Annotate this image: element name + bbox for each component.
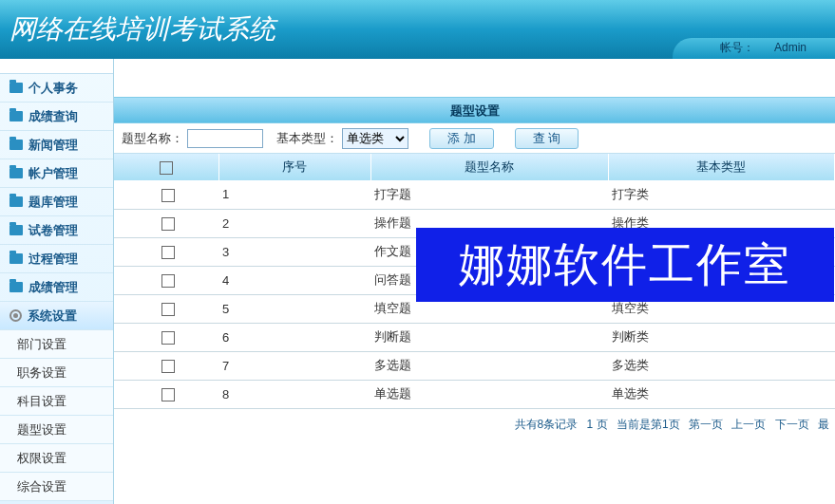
cell-seq: 6 xyxy=(218,323,370,351)
data-table: 序号 题型名称 基本类型 1打字题打字类2操作题操作类3作文题4问答题5填空题填… xyxy=(114,154,835,409)
cell-name: 多选题 xyxy=(370,351,608,380)
cell-name: 填空题 xyxy=(370,294,608,323)
table-row: 8单选题单选类 xyxy=(114,380,835,408)
cell-type: 打字类 xyxy=(608,180,835,209)
folder-icon xyxy=(9,282,23,292)
pager-next[interactable]: 下一页 xyxy=(775,418,809,431)
sidebar-item-score-query[interactable]: 成绩查询 xyxy=(0,103,113,131)
cell-name: 作文题 xyxy=(370,237,608,266)
table-row: 4问答题 xyxy=(114,266,835,294)
account-bar: 帐号： Admin xyxy=(673,38,835,59)
col-name: 题型名称 xyxy=(370,154,608,180)
cell-name: 单选题 xyxy=(370,380,608,408)
sidebar-sub-department[interactable]: 部门设置 xyxy=(0,330,113,359)
sidebar-item-system-settings[interactable]: 系统设置 xyxy=(0,302,113,330)
account-label: 帐号： xyxy=(720,41,754,54)
row-checkbox[interactable] xyxy=(161,274,175,288)
add-button[interactable]: 添 加 xyxy=(429,128,494,149)
cell-name: 操作题 xyxy=(370,209,608,237)
folder-icon xyxy=(9,253,23,264)
panel-title: 题型设置 xyxy=(114,97,835,123)
table-row: 5填空题填空类 xyxy=(114,294,835,323)
row-checkbox[interactable] xyxy=(161,246,175,259)
gear-icon xyxy=(9,309,22,322)
folder-icon xyxy=(9,168,23,178)
pager-last[interactable]: 最 xyxy=(818,418,829,431)
table-row: 2操作题操作类 xyxy=(114,209,835,237)
table-row: 6判断题判断类 xyxy=(114,323,835,351)
cell-type: 操作类 xyxy=(608,209,835,237)
row-checkbox[interactable] xyxy=(161,303,175,316)
sidebar-item-process[interactable]: 过程管理 xyxy=(0,245,113,273)
sidebar-item-paper[interactable]: 试卷管理 xyxy=(0,216,113,245)
folder-icon xyxy=(9,196,23,207)
cell-type: 多选类 xyxy=(608,351,835,380)
account-user: Admin xyxy=(774,41,807,54)
table-row: 7多选题多选类 xyxy=(114,351,835,380)
pager-current: 当前是第1页 xyxy=(617,418,680,431)
cell-seq: 7 xyxy=(218,351,370,380)
cell-type xyxy=(608,237,835,266)
cell-name: 打字题 xyxy=(370,180,608,209)
sidebar-sub-question-type[interactable]: 题型设置 xyxy=(0,416,113,444)
filter-bar: 题型名称： 基本类型： 单选类 添 加 查 询 xyxy=(114,123,835,154)
folder-icon xyxy=(9,225,23,235)
cell-type: 填空类 xyxy=(608,294,835,323)
cell-seq: 8 xyxy=(218,380,370,408)
name-label: 题型名称： xyxy=(122,130,183,147)
pager: 共有8条记录 1 页 当前是第1页 第一页 上一页 下一页 最 xyxy=(114,409,835,433)
pager-total: 共有8条记录 xyxy=(515,418,579,431)
query-button[interactable]: 查 询 xyxy=(515,128,579,149)
sidebar-sub-general[interactable]: 综合设置 xyxy=(0,473,113,501)
folder-icon xyxy=(9,111,23,121)
type-select[interactable]: 单选类 xyxy=(342,128,408,149)
row-checkbox[interactable] xyxy=(161,388,175,401)
pager-pages: 1 页 xyxy=(587,418,608,431)
cell-seq: 4 xyxy=(218,266,370,294)
type-label: 基本类型： xyxy=(276,130,338,147)
row-checkbox[interactable] xyxy=(161,360,175,373)
cell-seq: 1 xyxy=(218,180,370,209)
main-content: 题型设置 题型名称： 基本类型： 单选类 添 加 查 询 序号 题型名称 基本类… xyxy=(114,59,835,504)
cell-seq: 2 xyxy=(218,209,370,237)
table-row: 3作文题 xyxy=(114,237,835,266)
pager-first[interactable]: 第一页 xyxy=(689,418,723,431)
cell-type: 单选类 xyxy=(608,380,835,408)
col-type: 基本类型 xyxy=(608,154,835,180)
folder-icon xyxy=(9,83,23,93)
sidebar: 个人事务 成绩查询 新闻管理 帐户管理 题库管理 试卷管理 过程管理 成绩管理 … xyxy=(0,59,114,504)
cell-seq: 5 xyxy=(218,294,370,323)
cell-name: 判断题 xyxy=(370,323,608,351)
sidebar-item-news[interactable]: 新闻管理 xyxy=(0,131,113,159)
sidebar-item-personal[interactable]: 个人事务 xyxy=(0,74,113,103)
sidebar-item-account[interactable]: 帐户管理 xyxy=(0,159,113,188)
app-header: 网络在线培训考试系统 帐号： Admin xyxy=(0,0,835,59)
row-checkbox[interactable] xyxy=(161,217,175,231)
sidebar-item-question-bank[interactable]: 题库管理 xyxy=(0,188,113,216)
sidebar-sub-subject[interactable]: 科目设置 xyxy=(0,387,113,416)
folder-icon xyxy=(9,140,23,150)
cell-seq: 3 xyxy=(218,237,370,266)
row-checkbox[interactable] xyxy=(161,189,175,202)
row-checkbox[interactable] xyxy=(161,331,175,345)
sidebar-sub-position[interactable]: 职务设置 xyxy=(0,359,113,387)
sidebar-item-score-mgmt[interactable]: 成绩管理 xyxy=(0,273,113,302)
select-all-checkbox[interactable] xyxy=(160,161,173,175)
name-input[interactable] xyxy=(187,129,263,148)
sidebar-sub-permission[interactable]: 权限设置 xyxy=(0,444,113,473)
cell-type xyxy=(608,266,835,294)
pager-prev[interactable]: 上一页 xyxy=(731,418,766,431)
col-seq: 序号 xyxy=(218,154,370,180)
table-row: 1打字题打字类 xyxy=(114,180,835,209)
cell-type: 判断类 xyxy=(608,323,835,351)
cell-name: 问答题 xyxy=(370,266,608,294)
